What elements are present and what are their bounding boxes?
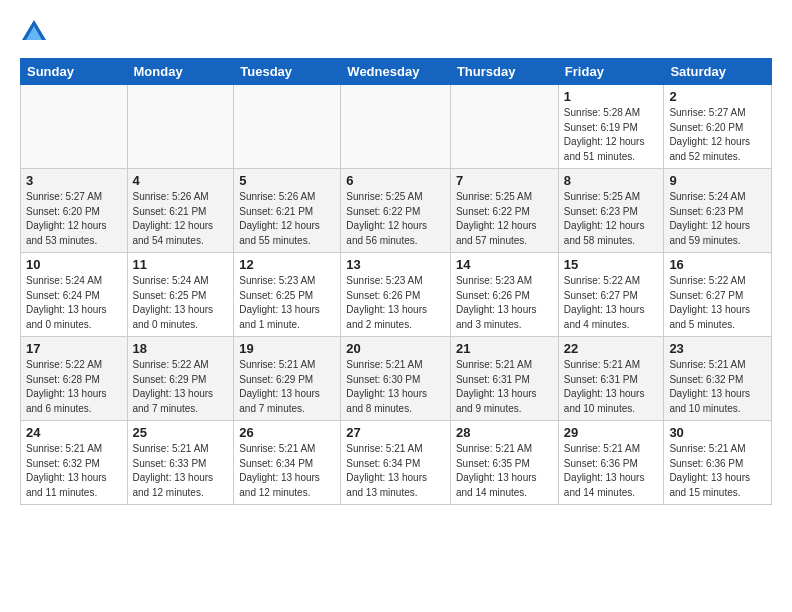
calendar-cell: 29Sunrise: 5:21 AM Sunset: 6:36 PM Dayli… xyxy=(558,421,664,505)
calendar-cell: 8Sunrise: 5:25 AM Sunset: 6:23 PM Daylig… xyxy=(558,169,664,253)
calendar-cell: 13Sunrise: 5:23 AM Sunset: 6:26 PM Dayli… xyxy=(341,253,451,337)
weekday-header-thursday: Thursday xyxy=(450,59,558,85)
day-info: Sunrise: 5:22 AM Sunset: 6:29 PM Dayligh… xyxy=(133,358,229,416)
calendar-cell xyxy=(450,85,558,169)
calendar-cell: 2Sunrise: 5:27 AM Sunset: 6:20 PM Daylig… xyxy=(664,85,772,169)
calendar-cell xyxy=(234,85,341,169)
day-number: 25 xyxy=(133,425,229,440)
day-number: 18 xyxy=(133,341,229,356)
weekday-header-saturday: Saturday xyxy=(664,59,772,85)
day-number: 27 xyxy=(346,425,445,440)
calendar-cell: 30Sunrise: 5:21 AM Sunset: 6:36 PM Dayli… xyxy=(664,421,772,505)
calendar-cell: 26Sunrise: 5:21 AM Sunset: 6:34 PM Dayli… xyxy=(234,421,341,505)
day-number: 7 xyxy=(456,173,553,188)
calendar-cell: 21Sunrise: 5:21 AM Sunset: 6:31 PM Dayli… xyxy=(450,337,558,421)
day-number: 23 xyxy=(669,341,766,356)
day-number: 29 xyxy=(564,425,659,440)
calendar-cell: 25Sunrise: 5:21 AM Sunset: 6:33 PM Dayli… xyxy=(127,421,234,505)
day-number: 17 xyxy=(26,341,122,356)
calendar-cell: 6Sunrise: 5:25 AM Sunset: 6:22 PM Daylig… xyxy=(341,169,451,253)
day-info: Sunrise: 5:21 AM Sunset: 6:35 PM Dayligh… xyxy=(456,442,553,500)
calendar-cell: 28Sunrise: 5:21 AM Sunset: 6:35 PM Dayli… xyxy=(450,421,558,505)
day-number: 21 xyxy=(456,341,553,356)
calendar-cell: 4Sunrise: 5:26 AM Sunset: 6:21 PM Daylig… xyxy=(127,169,234,253)
day-info: Sunrise: 5:21 AM Sunset: 6:30 PM Dayligh… xyxy=(346,358,445,416)
day-number: 11 xyxy=(133,257,229,272)
day-number: 28 xyxy=(456,425,553,440)
day-info: Sunrise: 5:23 AM Sunset: 6:25 PM Dayligh… xyxy=(239,274,335,332)
day-info: Sunrise: 5:21 AM Sunset: 6:36 PM Dayligh… xyxy=(669,442,766,500)
weekday-header-monday: Monday xyxy=(127,59,234,85)
day-info: Sunrise: 5:28 AM Sunset: 6:19 PM Dayligh… xyxy=(564,106,659,164)
day-number: 22 xyxy=(564,341,659,356)
calendar-cell xyxy=(21,85,128,169)
calendar-cell: 23Sunrise: 5:21 AM Sunset: 6:32 PM Dayli… xyxy=(664,337,772,421)
calendar-cell xyxy=(341,85,451,169)
weekday-header-sunday: Sunday xyxy=(21,59,128,85)
calendar-cell: 14Sunrise: 5:23 AM Sunset: 6:26 PM Dayli… xyxy=(450,253,558,337)
calendar-cell: 5Sunrise: 5:26 AM Sunset: 6:21 PM Daylig… xyxy=(234,169,341,253)
day-info: Sunrise: 5:21 AM Sunset: 6:33 PM Dayligh… xyxy=(133,442,229,500)
weekday-header-row: SundayMondayTuesdayWednesdayThursdayFrid… xyxy=(21,59,772,85)
day-info: Sunrise: 5:21 AM Sunset: 6:29 PM Dayligh… xyxy=(239,358,335,416)
day-number: 10 xyxy=(26,257,122,272)
day-info: Sunrise: 5:22 AM Sunset: 6:28 PM Dayligh… xyxy=(26,358,122,416)
week-row-3: 10Sunrise: 5:24 AM Sunset: 6:24 PM Dayli… xyxy=(21,253,772,337)
day-number: 5 xyxy=(239,173,335,188)
calendar-cell: 1Sunrise: 5:28 AM Sunset: 6:19 PM Daylig… xyxy=(558,85,664,169)
day-number: 3 xyxy=(26,173,122,188)
day-number: 16 xyxy=(669,257,766,272)
day-number: 24 xyxy=(26,425,122,440)
day-info: Sunrise: 5:24 AM Sunset: 6:25 PM Dayligh… xyxy=(133,274,229,332)
day-info: Sunrise: 5:27 AM Sunset: 6:20 PM Dayligh… xyxy=(669,106,766,164)
day-number: 14 xyxy=(456,257,553,272)
calendar-cell: 20Sunrise: 5:21 AM Sunset: 6:30 PM Dayli… xyxy=(341,337,451,421)
calendar-cell: 10Sunrise: 5:24 AM Sunset: 6:24 PM Dayli… xyxy=(21,253,128,337)
week-row-1: 1Sunrise: 5:28 AM Sunset: 6:19 PM Daylig… xyxy=(21,85,772,169)
weekday-header-friday: Friday xyxy=(558,59,664,85)
logo-icon xyxy=(20,18,48,46)
day-info: Sunrise: 5:22 AM Sunset: 6:27 PM Dayligh… xyxy=(564,274,659,332)
day-info: Sunrise: 5:22 AM Sunset: 6:27 PM Dayligh… xyxy=(669,274,766,332)
header xyxy=(20,18,772,46)
day-info: Sunrise: 5:21 AM Sunset: 6:31 PM Dayligh… xyxy=(456,358,553,416)
calendar-cell xyxy=(127,85,234,169)
calendar-cell: 18Sunrise: 5:22 AM Sunset: 6:29 PM Dayli… xyxy=(127,337,234,421)
day-info: Sunrise: 5:24 AM Sunset: 6:23 PM Dayligh… xyxy=(669,190,766,248)
day-number: 12 xyxy=(239,257,335,272)
day-info: Sunrise: 5:23 AM Sunset: 6:26 PM Dayligh… xyxy=(456,274,553,332)
week-row-4: 17Sunrise: 5:22 AM Sunset: 6:28 PM Dayli… xyxy=(21,337,772,421)
calendar-cell: 3Sunrise: 5:27 AM Sunset: 6:20 PM Daylig… xyxy=(21,169,128,253)
day-number: 9 xyxy=(669,173,766,188)
day-info: Sunrise: 5:24 AM Sunset: 6:24 PM Dayligh… xyxy=(26,274,122,332)
week-row-2: 3Sunrise: 5:27 AM Sunset: 6:20 PM Daylig… xyxy=(21,169,772,253)
calendar-cell: 17Sunrise: 5:22 AM Sunset: 6:28 PM Dayli… xyxy=(21,337,128,421)
day-info: Sunrise: 5:21 AM Sunset: 6:34 PM Dayligh… xyxy=(346,442,445,500)
day-info: Sunrise: 5:25 AM Sunset: 6:23 PM Dayligh… xyxy=(564,190,659,248)
day-number: 1 xyxy=(564,89,659,104)
calendar-cell: 12Sunrise: 5:23 AM Sunset: 6:25 PM Dayli… xyxy=(234,253,341,337)
calendar-cell: 11Sunrise: 5:24 AM Sunset: 6:25 PM Dayli… xyxy=(127,253,234,337)
calendar-cell: 15Sunrise: 5:22 AM Sunset: 6:27 PM Dayli… xyxy=(558,253,664,337)
day-info: Sunrise: 5:25 AM Sunset: 6:22 PM Dayligh… xyxy=(456,190,553,248)
day-number: 8 xyxy=(564,173,659,188)
day-number: 26 xyxy=(239,425,335,440)
calendar-cell: 16Sunrise: 5:22 AM Sunset: 6:27 PM Dayli… xyxy=(664,253,772,337)
calendar-cell: 19Sunrise: 5:21 AM Sunset: 6:29 PM Dayli… xyxy=(234,337,341,421)
day-info: Sunrise: 5:27 AM Sunset: 6:20 PM Dayligh… xyxy=(26,190,122,248)
weekday-header-tuesday: Tuesday xyxy=(234,59,341,85)
calendar-cell: 22Sunrise: 5:21 AM Sunset: 6:31 PM Dayli… xyxy=(558,337,664,421)
day-info: Sunrise: 5:25 AM Sunset: 6:22 PM Dayligh… xyxy=(346,190,445,248)
calendar-cell: 9Sunrise: 5:24 AM Sunset: 6:23 PM Daylig… xyxy=(664,169,772,253)
calendar-cell: 24Sunrise: 5:21 AM Sunset: 6:32 PM Dayli… xyxy=(21,421,128,505)
calendar-cell: 7Sunrise: 5:25 AM Sunset: 6:22 PM Daylig… xyxy=(450,169,558,253)
day-info: Sunrise: 5:21 AM Sunset: 6:34 PM Dayligh… xyxy=(239,442,335,500)
weekday-header-wednesday: Wednesday xyxy=(341,59,451,85)
day-info: Sunrise: 5:26 AM Sunset: 6:21 PM Dayligh… xyxy=(239,190,335,248)
calendar-cell: 27Sunrise: 5:21 AM Sunset: 6:34 PM Dayli… xyxy=(341,421,451,505)
day-info: Sunrise: 5:21 AM Sunset: 6:31 PM Dayligh… xyxy=(564,358,659,416)
day-info: Sunrise: 5:21 AM Sunset: 6:32 PM Dayligh… xyxy=(26,442,122,500)
page: SundayMondayTuesdayWednesdayThursdayFrid… xyxy=(0,0,792,515)
day-number: 2 xyxy=(669,89,766,104)
day-number: 30 xyxy=(669,425,766,440)
